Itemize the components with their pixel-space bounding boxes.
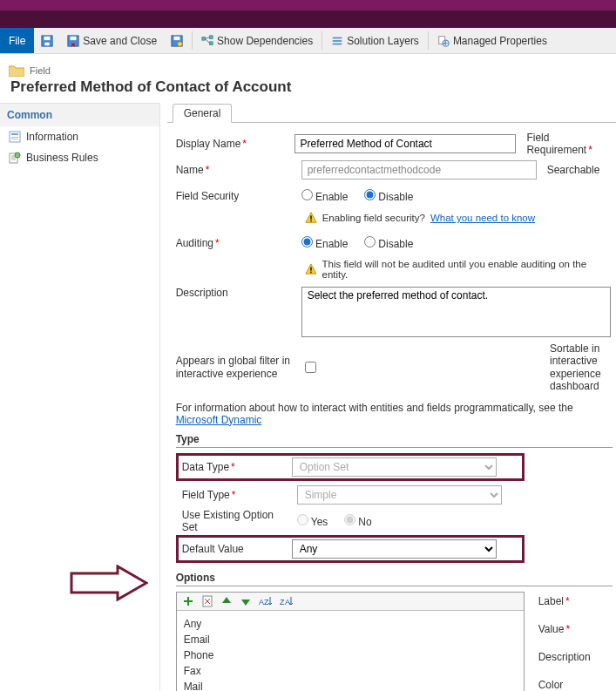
option-value-label: Value* xyxy=(538,623,591,635)
file-menu[interactable]: File xyxy=(0,28,34,53)
save-icon-button[interactable] xyxy=(34,28,60,53)
searchable-label: Searchable xyxy=(547,164,600,176)
svg-rect-6 xyxy=(174,36,180,39)
svg-text:Z: Z xyxy=(264,598,269,606)
list-item[interactable]: Any xyxy=(184,616,517,632)
save-icon xyxy=(41,35,53,47)
sidebar: Common Information Business Rules xyxy=(0,103,160,691)
show-dependencies-label: Show Dependencies xyxy=(217,35,313,47)
rules-icon xyxy=(9,152,21,164)
field-security-disable[interactable]: Disable xyxy=(364,189,413,203)
svg-rect-18 xyxy=(11,137,18,138)
list-item[interactable]: Fax xyxy=(184,663,517,679)
header-kind: Field xyxy=(30,65,51,76)
form-icon xyxy=(9,131,21,143)
global-filter-checkbox[interactable] xyxy=(305,362,316,373)
tab-general[interactable]: General xyxy=(173,104,233,123)
svg-point-21 xyxy=(15,152,20,158)
main-pane: General Display Name* Field Requirement*… xyxy=(160,103,616,691)
global-filter-label: Appears in global filter in interactive … xyxy=(176,355,296,380)
sidebar-item-information[interactable]: Information xyxy=(0,126,159,147)
save-close-icon xyxy=(67,35,79,47)
option-color-label: Color xyxy=(538,679,591,691)
options-panel: AZ ZA Any Email Phone Fax Mail xyxy=(176,592,525,691)
field-security-label: Field Security xyxy=(176,190,296,202)
save-and-close-button[interactable]: Save and Close xyxy=(60,28,164,53)
auditing-enable[interactable]: Enable xyxy=(301,236,349,250)
option-detail-labels: Label* Value* Description Color xyxy=(538,592,591,691)
managed-properties-button[interactable]: Managed Properties xyxy=(430,28,554,53)
svg-rect-12 xyxy=(333,40,342,42)
use-existing-no[interactable]: No xyxy=(344,514,372,528)
use-existing-label: Use Existing Option Set xyxy=(182,509,292,533)
options-section-heading: Options xyxy=(176,572,613,586)
warning-icon xyxy=(305,212,317,224)
options-toolbar: AZ ZA xyxy=(177,593,524,611)
warning-icon xyxy=(305,263,317,275)
save-and-close-label: Save and Close xyxy=(83,35,157,47)
sortable-label: Sortable in interactive experience dashb… xyxy=(550,342,613,393)
data-type-select: Option Set xyxy=(292,457,497,477)
name-input xyxy=(301,160,537,180)
title-band xyxy=(0,0,616,10)
dependencies-icon xyxy=(201,35,213,47)
options-list[interactable]: Any Email Phone Fax Mail xyxy=(177,611,524,691)
tab-bar: General xyxy=(167,103,616,123)
data-type-callout: Data Type* Option Set xyxy=(176,453,525,481)
auditing-label: Auditing* xyxy=(176,237,296,249)
default-value-select[interactable]: Any xyxy=(292,539,497,559)
ribbon-separator xyxy=(192,31,193,50)
page-title: Preferred Method of Contact of Account xyxy=(9,78,607,96)
use-existing-yes[interactable]: Yes xyxy=(297,514,328,528)
move-up-button[interactable] xyxy=(220,595,233,607)
field-security-enable[interactable]: Enable xyxy=(301,189,349,203)
svg-rect-8 xyxy=(202,37,206,40)
option-description-label: Description xyxy=(538,651,591,663)
field-type-select: Simple xyxy=(297,485,502,505)
save-as-icon xyxy=(171,35,183,47)
move-down-button[interactable] xyxy=(240,595,252,607)
svg-rect-4 xyxy=(71,36,77,39)
sidebar-item-business-rules[interactable]: Business Rules xyxy=(0,147,159,168)
sidebar-item-label: Information xyxy=(26,131,78,143)
field-type-label: Field Type* xyxy=(182,489,292,501)
svg-rect-24 xyxy=(310,267,312,270)
description-label: Description xyxy=(176,287,296,299)
field-security-info-link[interactable]: What you need to know xyxy=(430,213,535,223)
ribbon-separator xyxy=(428,31,429,50)
sort-asc-button[interactable]: AZ xyxy=(259,595,273,607)
auditing-disable[interactable]: Disable xyxy=(364,236,413,250)
delete-option-button[interactable] xyxy=(201,595,213,607)
sort-desc-button[interactable]: ZA xyxy=(280,595,294,607)
folder-icon xyxy=(9,64,24,77)
display-name-input[interactable] xyxy=(294,134,517,153)
type-section-heading: Type xyxy=(176,433,613,448)
list-item[interactable]: Phone xyxy=(184,647,517,663)
layers-icon xyxy=(331,35,343,47)
svg-text:A: A xyxy=(285,598,290,606)
field-requirement-label: Field Requirement* xyxy=(526,132,613,156)
svg-rect-22 xyxy=(310,215,312,219)
svg-rect-9 xyxy=(210,35,213,38)
svg-rect-25 xyxy=(310,272,312,274)
annotation-arrow-icon xyxy=(70,565,148,601)
svg-rect-13 xyxy=(333,43,342,44)
field-security-warning: Enabling field security? What you need t… xyxy=(305,212,613,224)
solution-layers-button[interactable]: Solution Layers xyxy=(324,28,426,53)
svg-rect-23 xyxy=(310,220,312,222)
add-option-button[interactable] xyxy=(182,595,194,607)
list-item[interactable]: Mail xyxy=(184,679,517,691)
description-input[interactable]: Select the preferred method of contact. xyxy=(301,287,611,337)
list-item[interactable]: Email xyxy=(184,632,517,647)
save-as-button[interactable] xyxy=(164,28,190,53)
sidebar-heading: Common xyxy=(0,104,159,126)
ribbon-separator xyxy=(322,31,322,50)
sdk-link[interactable]: Microsoft Dynamic xyxy=(176,414,262,426)
show-dependencies-button[interactable]: Show Dependencies xyxy=(194,28,320,53)
file-label: File xyxy=(9,35,25,47)
svg-rect-2 xyxy=(45,42,50,45)
solution-layers-label: Solution Layers xyxy=(347,35,419,47)
display-name-label: Display Name* xyxy=(176,138,289,150)
svg-rect-1 xyxy=(44,36,51,39)
name-label: Name* xyxy=(176,164,296,176)
